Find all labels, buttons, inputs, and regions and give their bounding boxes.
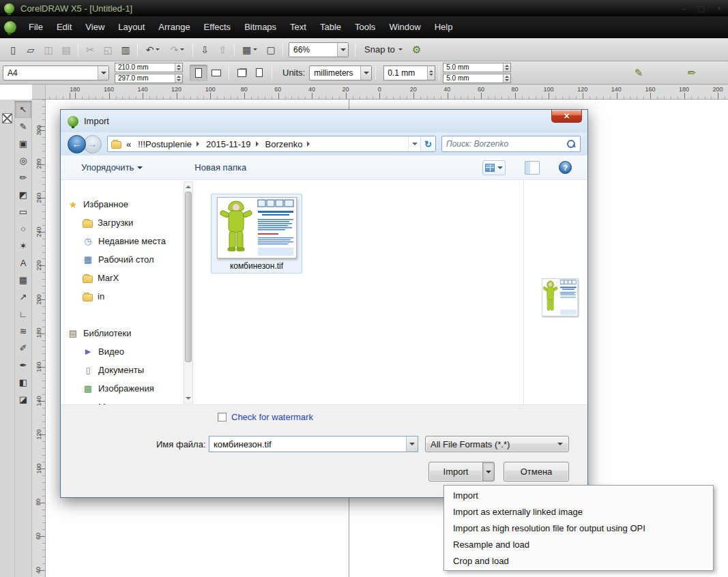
menu-bar-item[interactable]: Window xyxy=(382,16,427,38)
duplicate-y-field[interactable]: 5.0 mm xyxy=(443,74,511,83)
maximize-icon[interactable]: ▢ xyxy=(693,4,710,13)
page-width-field[interactable]: 210.0 mm xyxy=(115,63,183,72)
eyedropper-tool[interactable]: ✐ xyxy=(15,340,31,357)
new-folder-button[interactable]: Новая папка xyxy=(189,162,252,173)
menu-bar-item[interactable]: File xyxy=(22,16,50,38)
sidebar-item-marx[interactable]: MarX xyxy=(65,269,182,287)
freehand-tool[interactable]: ✏ xyxy=(15,169,31,186)
zoom-dropdown-icon[interactable] xyxy=(337,43,348,57)
minimize-icon[interactable]: – xyxy=(675,4,693,13)
file-item-kombinezon[interactable]: комбинезон.tif xyxy=(211,194,302,273)
undo-button[interactable]: ↶ xyxy=(141,42,165,58)
address-dropdown-icon[interactable] xyxy=(408,136,420,151)
pick-tool[interactable]: ↖ xyxy=(15,101,31,118)
menu-bar-item[interactable]: Table xyxy=(313,16,348,38)
menu-item-import-linked[interactable]: Import as externally linked image xyxy=(444,503,713,520)
cut-button[interactable]: ✂ xyxy=(81,42,99,58)
units-dropdown-icon[interactable] xyxy=(360,66,371,80)
blend-tool[interactable]: ≋ xyxy=(15,323,31,340)
welcome-screen-button[interactable]: ▢ xyxy=(262,42,280,58)
paper-type-combo[interactable]: A4 xyxy=(3,65,109,80)
menu-bar-item[interactable]: Text xyxy=(283,16,313,38)
sidebar-item-documents[interactable]: Документы xyxy=(65,361,182,379)
sidebar-item-downloads[interactable]: Загрузки xyxy=(65,213,182,232)
open-button[interactable]: ▱ xyxy=(22,42,40,58)
file-type-combo[interactable]: All File Formats (*.*) xyxy=(425,436,569,452)
dialog-close-button[interactable] xyxy=(551,110,582,123)
page-width-spinner[interactable] xyxy=(175,63,182,72)
nudge-offset-spinner[interactable] xyxy=(427,66,435,80)
menu-bar-item[interactable]: Bitmaps xyxy=(237,16,283,38)
import-button[interactable]: ⇩ xyxy=(196,42,214,58)
zoom-level-combo[interactable]: 66% xyxy=(289,42,349,57)
breadcrumb-segment-borzenko[interactable]: Borzenko xyxy=(261,136,313,151)
export-button[interactable]: ⇧ xyxy=(214,42,231,58)
table-tool[interactable]: ▦ xyxy=(15,271,31,288)
ellipse-tool[interactable]: ○ xyxy=(15,220,31,237)
menu-bar-item[interactable]: Edit xyxy=(50,16,78,38)
fill-tool[interactable]: ◧ xyxy=(15,374,31,391)
filename-input[interactable] xyxy=(209,439,406,449)
snap-to-button[interactable]: Snap to xyxy=(359,42,408,58)
current-page-button[interactable] xyxy=(250,65,268,81)
pen-settings-button-2[interactable]: ✏ xyxy=(683,65,701,81)
search-input[interactable] xyxy=(442,136,566,151)
sidebar-item-desktop[interactable]: Рабочий стол xyxy=(65,250,182,269)
cancel-button[interactable]: Отмена xyxy=(504,462,569,482)
rectangle-tool[interactable]: ▭ xyxy=(15,203,31,220)
text-tool[interactable]: A xyxy=(15,254,31,271)
polygon-tool[interactable]: ✶ xyxy=(15,237,31,254)
import-dialog-titlebar[interactable]: Import xyxy=(61,110,587,132)
filename-dropdown-icon[interactable] xyxy=(406,437,418,452)
sidebar-item-video[interactable]: Видео xyxy=(65,342,182,361)
shape-tool[interactable]: ✎ xyxy=(15,118,31,135)
sidebar-item-favorites[interactable]: Избранное xyxy=(65,195,182,213)
scroll-up-icon[interactable] xyxy=(184,182,192,191)
zoom-tool[interactable]: ◎ xyxy=(15,152,31,169)
window-titlebar[interactable]: CorelDRAW X5 - [Untitled-1] – ▢ × xyxy=(0,0,728,16)
sidebar-item-libraries[interactable]: Библиотеки xyxy=(65,324,182,342)
page-height-spinner[interactable] xyxy=(175,74,182,83)
menu-item-resample-and-load[interactable]: Resample and load xyxy=(444,536,713,552)
close-window-icon[interactable]: × xyxy=(710,4,728,13)
menu-bar-item[interactable]: Help xyxy=(428,16,460,38)
application-launcher-button[interactable]: ▦ xyxy=(237,42,262,58)
dimension-tool[interactable]: ↗ xyxy=(15,288,31,306)
print-button[interactable]: ▤ xyxy=(57,42,75,58)
sidebar-item-pictures[interactable]: Изображения xyxy=(65,379,182,398)
smart-fill-tool[interactable]: ◩ xyxy=(15,186,31,203)
menu-item-import-opi[interactable]: Import as high resolution file for outpu… xyxy=(444,520,713,536)
organize-button[interactable]: Упорядочить xyxy=(76,162,148,173)
copy-button[interactable]: ◱ xyxy=(99,42,117,58)
portrait-orientation-button[interactable] xyxy=(190,65,207,81)
connector-tool[interactable]: ∟ xyxy=(15,306,31,323)
duplicate-y-spinner[interactable] xyxy=(503,74,510,83)
watermark-checkbox[interactable] xyxy=(218,413,227,421)
menu-bar-item[interactable]: Arrange xyxy=(151,16,196,38)
interactive-fill-tool[interactable]: ◪ xyxy=(15,391,31,408)
search-icon[interactable] xyxy=(566,138,577,149)
forward-button[interactable] xyxy=(83,135,102,153)
sidebar-item-recent-places[interactable]: Недавние места xyxy=(65,232,182,250)
sidebar-item-music[interactable]: Музыка xyxy=(65,398,182,404)
help-button[interactable] xyxy=(559,161,572,174)
save-button[interactable]: ◫ xyxy=(40,42,57,58)
change-view-button[interactable] xyxy=(482,160,506,175)
search-box[interactable] xyxy=(441,136,581,152)
menu-bar-item[interactable]: Tools xyxy=(348,16,382,38)
import-options-dropdown-button[interactable] xyxy=(482,462,495,482)
menu-bar-item[interactable]: View xyxy=(78,16,111,38)
all-pages-button[interactable] xyxy=(233,65,250,81)
breadcrumb-segment-postuplenie[interactable]: !!!Postuplenie xyxy=(134,136,202,151)
sidebar-item-in[interactable]: in xyxy=(65,287,182,306)
menu-bar-item[interactable]: Layout xyxy=(111,16,151,38)
import-confirm-button[interactable]: Import xyxy=(428,462,483,482)
landscape-orientation-button[interactable] xyxy=(207,65,225,81)
menu-item-crop-and-load[interactable]: Crop and load xyxy=(444,552,713,569)
refresh-button[interactable] xyxy=(420,136,435,151)
menu-item-import[interactable]: Import xyxy=(444,487,713,503)
scroll-down-icon[interactable] xyxy=(184,394,192,403)
duplicate-x-field[interactable]: 5.0 mm xyxy=(443,63,511,72)
back-button[interactable] xyxy=(68,135,86,153)
paper-type-dropdown-icon[interactable] xyxy=(98,66,108,80)
